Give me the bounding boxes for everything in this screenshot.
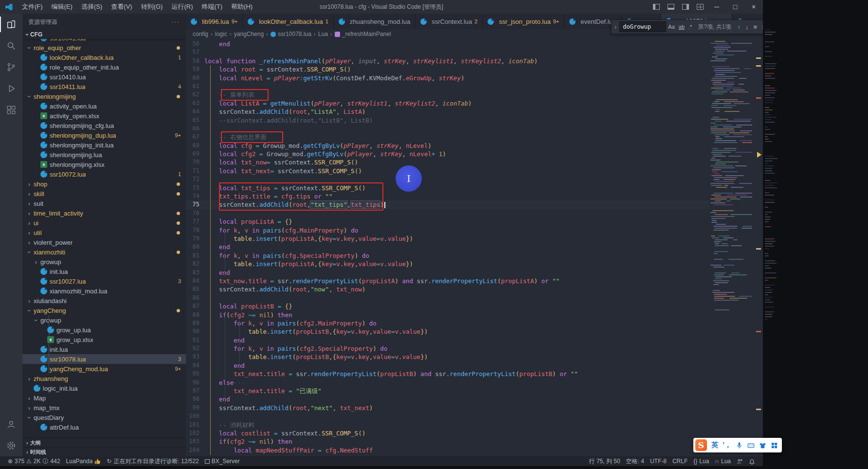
code-line[interactable]: 64 ssrContext.addChild(root,"ListA", Lis… [186,108,709,116]
tree-item-shenlongmijing[interactable]: ›shenlongmijing [22,91,186,101]
line-number[interactable]: 66 [186,125,204,133]
code-line[interactable]: 94 end [186,361,709,370]
code-line[interactable]: 67 -- 右侧信息界面 [186,133,709,141]
minimap[interactable] [709,39,752,456]
tab-ssrcontext-lua[interactable]: ssrContext.lua2 [416,14,483,29]
line-number[interactable]: 103 [186,437,204,446]
code-line[interactable]: 69 local cfg2 = Growup_mod.getCfgByLv(pP… [186,150,709,158]
code-text[interactable]: end [204,395,709,403]
line-number[interactable]: 62 [186,90,204,99]
line-number[interactable]: 69 [186,150,204,158]
code-line[interactable]: 104 local mapNeedStuffPair = cfg.NeedStu… [186,446,709,454]
luapanda-status[interactable]: LuaPanda [63,456,104,466]
toggle-secondary-sidebar-icon[interactable] [682,4,689,10]
feedback-button[interactable] [734,456,746,466]
lua-attach-status[interactable]: ∩Lua [712,456,734,466]
ime-language-toggle[interactable]: 英 [711,441,718,450]
code-line[interactable]: 77 local propListA = {} [186,217,709,226]
line-number[interactable]: 56 [186,40,204,48]
tab-lib996-lua[interactable]: lib996.lua9+ [186,14,243,29]
line-number[interactable]: 96 [186,379,204,387]
code-text[interactable]: for k, v in pairs(cfg.SpecialProperty) d… [204,252,709,260]
line-number[interactable]: 99 [186,404,204,412]
line-number[interactable]: 77 [186,217,204,226]
tree-item-role_equip_other[interactable]: ›role_equip_other [22,43,186,53]
activity-extensions[interactable] [0,99,22,121]
code-line[interactable]: 79 table.insert(propListA,{key=v.key,val… [186,234,709,243]
code-text[interactable]: ssrContext.addChild(root,"now", txt_now) [204,285,709,293]
tree-item-time_limit_activity[interactable]: ›time_limit_activity [22,208,186,218]
section-时间线[interactable]: ›时间线 [22,447,186,456]
code-text[interactable]: table.insert(propListA,{key=v.key,value=… [204,234,709,243]
code-line[interactable]: 99 ssrContext.addChild(root,"next", txt_… [186,404,709,412]
line-number[interactable]: 88 [186,311,204,319]
line-number[interactable]: 91 [186,336,204,344]
minimize-button[interactable]: ─ [707,0,726,14]
line-number[interactable]: 98 [186,395,204,403]
line-number[interactable]: 100 [186,412,204,420]
code-line[interactable]: 89 for k, v in pairs(cfg2.MainProperty) … [186,319,709,327]
code-line[interactable]: 103 if(cfg2 ~= nil) then [186,437,709,446]
code-line[interactable]: 86 [186,294,709,302]
activity-account[interactable] [0,414,22,435]
encoding-status[interactable]: UTF-8 [647,456,669,466]
code-line[interactable]: 59 local root = ssrContext.SSR_COMP_S() [186,65,709,73]
breadcrumb-ssr10078-lua[interactable]: ssr10078.lua [271,31,311,37]
tree-item-xianmozhiti[interactable]: ›xianmozhiti [22,247,186,257]
breadcrumb-lua[interactable]: Lua [318,31,328,37]
match-case-button[interactable]: Aa [668,24,674,30]
code-line[interactable]: 60 local nLevel = pPlayer:getStrKv(Const… [186,74,709,82]
code-line[interactable]: 102 local costlist = ssrContext.SSR_COMP… [186,429,709,437]
code-line[interactable]: 74 txt_tips.title = cfg.tips or "" [186,192,709,200]
line-number[interactable]: 84 [186,277,204,285]
code-text[interactable]: local ListA = getMenulist(pPlayer, strKe… [204,99,709,108]
code-text[interactable]: txt_tips.title = cfg.tips or "" [204,192,709,200]
line-number[interactable]: 86 [186,294,204,302]
regex-button[interactable]: .* [688,24,692,30]
code-line[interactable]: 100 [186,412,709,420]
line-number[interactable]: 85 [186,285,204,293]
code-text[interactable]: end [204,361,709,370]
tree-item-activity_open-lua[interactable]: activity_open.lua [22,101,186,111]
code-line[interactable]: 58local function _refreshMainPanel(pPlay… [186,57,709,65]
tree-item-shenlongmijing_init-lua[interactable]: shenlongmijing_init.lua [22,140,186,150]
code-text[interactable]: ssrContext.addChild(root,"txt_tips",txt_… [204,200,709,209]
tree-item-grow_up-xlsx[interactable]: xgrow_up.xlsx [22,335,186,344]
code-line[interactable]: 92 for k, v in pairs(cfg2.SpecialPropert… [186,344,709,353]
tree-item-xianmozhiti_mod-lua[interactable]: xianmozhiti_mod.lua [22,286,186,296]
menu-h[interactable]: 帮助(H) [227,0,257,14]
line-number[interactable]: 81 [186,252,204,260]
code-text[interactable]: local txt_tips = ssrContext.SSR_COMP_S() [204,184,709,192]
code-line[interactable]: 61 [186,82,709,90]
code-text[interactable]: local costlist = ssrContext.SSR_COMP_S() [204,429,709,437]
ime-toolbox-icon[interactable] [771,442,778,449]
code-text[interactable]: end [204,269,709,277]
line-number[interactable]: 61 [186,82,204,90]
overview-ruler[interactable] [752,39,763,456]
tree-item-shenlongmijing-xlsx[interactable]: xshenlongmijing.xlsx [22,160,186,169]
code-line[interactable]: 98 end [186,395,709,403]
code-line[interactable]: 76 [186,209,709,217]
code-line[interactable]: 57 [186,48,709,56]
code-line[interactable]: 75 ssrContext.addChild(root,"txt_tips",t… [186,200,709,209]
next-match-button[interactable]: ↓ [745,23,749,31]
code-line[interactable]: 73 local txt_tips = ssrContext.SSR_COMP_… [186,184,709,192]
tree-item-ssr10410-lua[interactable]: ssr10410.lua [22,72,186,82]
previous-match-button[interactable]: ↑ [737,23,741,31]
tree-item-violent_power[interactable]: ›violent_power [22,237,186,247]
problems-status[interactable]: ⊗375 ⚠2K ⓘ442 [5,456,63,466]
line-number[interactable]: 75 [186,200,204,209]
code-text[interactable]: local function _refreshMainPanel(pPlayer… [204,57,709,65]
breadcrumb-_refreshmainpanel[interactable]: _refreshMainPanel [335,31,391,37]
tree-item-role_equip_other_init-lua[interactable]: role_equip_other_init.lua [22,62,186,72]
code-text[interactable]: local root = ssrContext.SSR_COMP_S() [204,65,709,73]
line-number[interactable]: 80 [186,243,204,251]
line-number[interactable]: 101 [186,421,204,429]
activity-search[interactable] [0,35,22,56]
code-text[interactable]: local mapNeedStuffPair = cfg.NeedStuff [204,446,709,454]
code-text[interactable]: local propListA = {} [204,217,709,226]
activity-explorer[interactable] [0,14,22,35]
toggle-sidebar-icon[interactable] [653,4,660,10]
code-text[interactable] [204,82,709,90]
bx-server-status[interactable]: BX_Server [202,456,243,466]
